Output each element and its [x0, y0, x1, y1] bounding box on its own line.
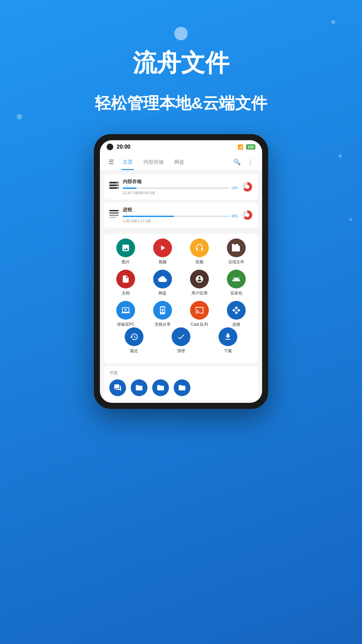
app-label-user-apps: 用户应用 [191, 290, 207, 296]
bookmark-item-3[interactable] [152, 379, 169, 396]
app-grid-bottom-row: 最近 清理 下载 [107, 327, 255, 359]
internal-progress-fill [123, 187, 136, 189]
app-label-cloud: 网盘 [159, 290, 167, 296]
process-pie-chart [242, 210, 253, 220]
bookmarks-title: 书签 [109, 370, 253, 376]
search-button[interactable]: 🔍 [230, 155, 244, 169]
process-name: 进程 [123, 207, 238, 213]
process-card[interactable]: 进程 48% 3.49 GB/7.17 GB [104, 202, 258, 228]
camera-dot [107, 144, 113, 150]
app-item-zip[interactable]: 压缩文件 [218, 238, 255, 265]
app-label-audio: 音频 [195, 259, 203, 265]
app-item-audio[interactable]: 音频 [181, 238, 218, 265]
app-item-cast[interactable]: Cast 队列 [181, 301, 218, 327]
svg-rect-8 [109, 210, 119, 211]
app-icon-wireless [153, 301, 172, 320]
app-item-cloud[interactable]: 网盘 [144, 270, 181, 296]
status-left: 20:00 [107, 144, 130, 150]
svg-point-4 [117, 185, 118, 186]
app-icon-docs [116, 270, 135, 288]
internal-storage-icon [109, 181, 119, 193]
tab-cloud[interactable]: 网盘 [169, 154, 190, 170]
app-label-docs: 文档 [122, 290, 130, 296]
svg-point-3 [117, 182, 118, 183]
svg-rect-11 [109, 217, 116, 218]
app-item-download[interactable]: 下载 [204, 327, 251, 354]
process-storage-size: 3.49 GB/7.17 GB [123, 219, 238, 223]
app-label-wireless: 无线分享 [155, 322, 171, 327]
internal-storage-card[interactable]: 内部存储 13% 11.87 GB/88.44 GB [104, 174, 258, 200]
phone-frame: 20:00 📶 100 ☰ 主页 内部存储 网盘 🔍 ⋮ [94, 134, 268, 409]
app-icon-user-apps [190, 270, 209, 288]
app-item-apk[interactable]: 安装包 [218, 270, 255, 296]
battery-icon: 100 [246, 144, 255, 150]
app-grid-section: 图片 视频 音频 [104, 234, 258, 363]
app-item-recent[interactable]: 最近 [111, 327, 158, 354]
internal-storage-info: 内部存储 13% 11.87 GB/88.44 GB [123, 179, 238, 195]
process-icon [109, 209, 119, 221]
tab-internal[interactable]: 内部存储 [138, 154, 169, 170]
app-item-docs[interactable]: 文档 [107, 270, 144, 296]
app-icon-cloud [153, 270, 172, 288]
header-section: 流舟文件 轻松管理本地&云端文件 [0, 0, 362, 114]
app-icon-download [219, 327, 237, 346]
bookmark-item-2[interactable] [131, 379, 147, 396]
phone-screen: 20:00 📶 100 ☰ 主页 内部存储 网盘 🔍 ⋮ [100, 140, 262, 403]
status-right: 📶 100 [238, 144, 255, 150]
storage-section: 内部存储 13% 11.87 GB/88.44 GB [100, 171, 262, 231]
app-icon-recent [125, 327, 143, 346]
app-label-connect: 连接 [232, 322, 240, 327]
more-button[interactable]: ⋮ [244, 155, 257, 169]
app-subtitle: 轻松管理本地&云端文件 [0, 93, 362, 114]
tab-home[interactable]: 主页 [117, 154, 138, 170]
app-item-user-apps[interactable]: 用户应用 [181, 270, 218, 296]
app-label-recent: 最近 [130, 348, 138, 354]
app-label-clean: 清理 [177, 348, 185, 354]
app-icon-cast [190, 301, 209, 320]
phone-wrapper: 20:00 📶 100 ☰ 主页 内部存储 网盘 🔍 ⋮ [0, 134, 362, 409]
app-item-clean[interactable]: 清理 [158, 327, 204, 354]
nav-tabs: ☰ 主页 内部存储 网盘 🔍 ⋮ [100, 154, 262, 171]
app-label-cast: Cast 队列 [191, 322, 208, 327]
app-item-photos[interactable]: 图片 [107, 238, 144, 265]
app-title: 流舟文件 [0, 47, 362, 79]
bookmarks-section: 书签 [104, 366, 258, 400]
internal-storage-name: 内部存储 [123, 179, 238, 185]
svg-point-13 [245, 213, 249, 217]
app-grid: 图片 视频 音频 [107, 238, 255, 327]
app-icon-photos [116, 238, 135, 257]
process-progress-pct: 48% [231, 214, 238, 218]
app-label-photos: 图片 [122, 259, 130, 265]
app-icon-zip [227, 238, 246, 257]
svg-rect-10 [109, 215, 119, 216]
internal-progress-wrap: 13% [123, 186, 238, 190]
process-progress-wrap: 48% [123, 214, 238, 218]
bookmark-item-4[interactable] [174, 379, 190, 396]
app-label-video: 视频 [159, 259, 167, 265]
bookmark-icons [109, 379, 253, 396]
bookmark-item-1[interactable] [109, 379, 126, 396]
app-item-connect[interactable]: 连接 [218, 301, 255, 327]
process-progress-bg [123, 216, 229, 217]
app-icon-audio [190, 238, 209, 257]
app-icon-apk [227, 270, 246, 288]
app-icon-transfer-pc [116, 301, 135, 320]
decoration-dot-2 [17, 114, 22, 119]
status-bar: 20:00 📶 100 [100, 140, 262, 154]
app-item-transfer-pc[interactable]: 传输至PC [107, 301, 144, 327]
svg-point-7 [245, 185, 249, 189]
internal-pie-chart [242, 181, 253, 192]
menu-icon[interactable]: ☰ [105, 154, 117, 170]
app-label-zip: 压缩文件 [228, 259, 244, 265]
internal-progress-pct: 13% [231, 186, 238, 190]
app-item-video[interactable]: 视频 [144, 238, 181, 265]
process-progress-fill [123, 216, 174, 217]
status-time: 20:00 [117, 144, 130, 150]
app-item-wireless[interactable]: 无线分享 [144, 301, 181, 327]
app-label-download: 下载 [224, 348, 232, 354]
internal-storage-size: 11.87 GB/88.44 GB [123, 191, 238, 195]
app-label-transfer-pc: 传输至PC [117, 322, 135, 327]
header-dot [174, 27, 188, 40]
wifi-icon: 📶 [238, 144, 243, 150]
app-icon-video [153, 238, 172, 257]
